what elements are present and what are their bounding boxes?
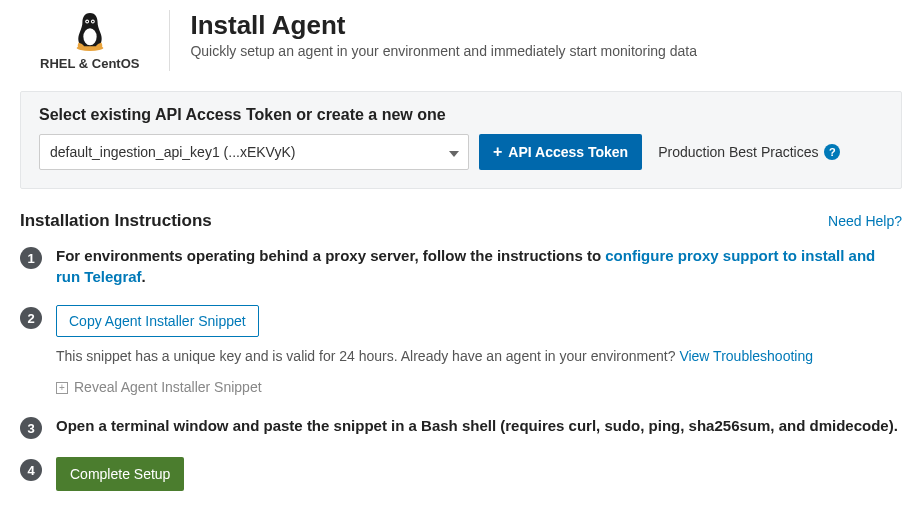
copy-snippet-button[interactable]: Copy Agent Installer Snippet: [56, 305, 259, 337]
step-number: 1: [20, 247, 42, 269]
title-block: Install Agent Quickly setup an agent in …: [190, 10, 697, 59]
need-help-link[interactable]: Need Help?: [828, 213, 902, 229]
token-section-title: Select existing API Access Token or crea…: [39, 106, 883, 124]
step-body: Copy Agent Installer Snippet This snippe…: [56, 305, 902, 397]
page-title: Install Agent: [190, 10, 697, 41]
page-subtitle: Quickly setup an agent in your environme…: [190, 43, 697, 59]
add-api-token-button[interactable]: + API Access Token: [479, 134, 642, 170]
linux-penguin-icon: [71, 10, 109, 52]
step-1-suffix: .: [142, 268, 146, 285]
step-2: 2 Copy Agent Installer Snippet This snip…: [20, 305, 902, 397]
reveal-snippet-toggle[interactable]: + Reveal Agent Installer Snippet: [56, 378, 262, 398]
snippet-note: This snippet has a unique key and is val…: [56, 347, 902, 367]
token-dropdown-input[interactable]: [39, 134, 469, 170]
step-number: 3: [20, 417, 42, 439]
logo-block: RHEL & CentOS: [20, 10, 170, 71]
svg-point-4: [86, 21, 88, 23]
step-1: 1 For environments operating behind a pr…: [20, 245, 902, 287]
page-header: RHEL & CentOS Install Agent Quickly setu…: [20, 10, 902, 71]
reveal-label: Reveal Agent Installer Snippet: [74, 378, 262, 398]
plus-icon: +: [493, 143, 502, 161]
help-icon: ?: [824, 144, 840, 160]
add-token-label: API Access Token: [508, 144, 628, 160]
instructions-header: Installation Instructions Need Help?: [20, 211, 902, 231]
token-row: + API Access Token Production Best Pract…: [39, 134, 883, 170]
best-practices-label: Production Best Practices: [658, 144, 818, 160]
step-3: 3 Open a terminal window and paste the s…: [20, 415, 902, 439]
step-number: 2: [20, 307, 42, 329]
token-dropdown[interactable]: [39, 134, 469, 170]
logo-label: RHEL & CentOS: [40, 56, 139, 71]
step-4: 4 Complete Setup: [20, 457, 902, 491]
svg-point-1: [83, 28, 96, 45]
step-body: For environments operating behind a prox…: [56, 245, 902, 287]
snippet-note-text: This snippet has a unique key and is val…: [56, 348, 679, 364]
svg-point-5: [92, 21, 94, 23]
step-body: Complete Setup: [56, 457, 902, 491]
best-practices-link[interactable]: Production Best Practices ?: [658, 144, 840, 160]
instructions-title: Installation Instructions: [20, 211, 212, 231]
step-3-text: Open a terminal window and paste the sni…: [56, 417, 898, 434]
expand-icon: +: [56, 382, 68, 394]
step-number: 4: [20, 459, 42, 481]
token-panel: Select existing API Access Token or crea…: [20, 91, 902, 189]
complete-setup-button[interactable]: Complete Setup: [56, 457, 184, 491]
step-body: Open a terminal window and paste the sni…: [56, 415, 902, 436]
step-1-prefix: For environments operating behind a prox…: [56, 247, 605, 264]
troubleshooting-link[interactable]: View Troubleshooting: [679, 348, 813, 364]
